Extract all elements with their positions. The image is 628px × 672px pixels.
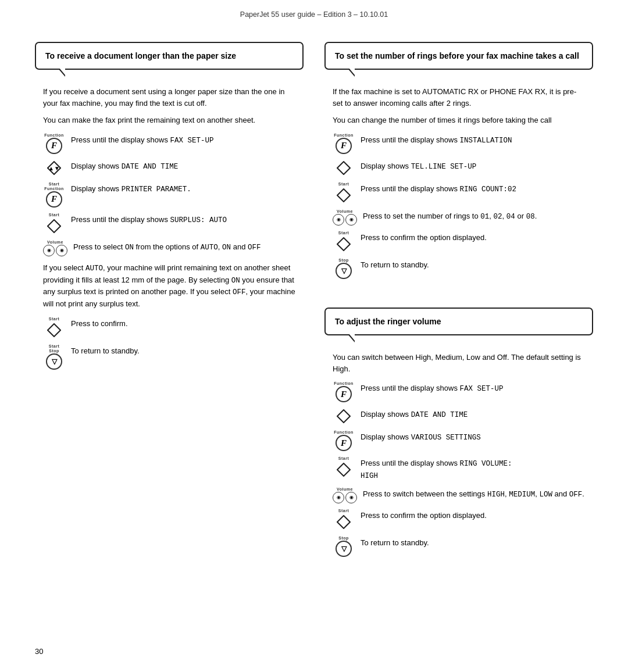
step-row: Start Press until the display shows RING… <box>333 455 585 482</box>
right-section-box-2: To adjust the ringer volume You can swit… <box>324 308 593 569</box>
icon-col <box>333 406 355 425</box>
f-icon: F <box>336 386 352 402</box>
step-text: Press until the display shows RING VOLUM… <box>361 455 585 482</box>
step-text: Display shows VARIOUS SETTINGS <box>361 429 585 444</box>
step-row: Display shows DATE AND TIME <box>333 406 585 425</box>
stop-icon: ▽ <box>336 541 352 557</box>
right-section-box-1: To set the number of rings before your f… <box>324 42 593 291</box>
diamond-icon <box>45 321 63 339</box>
left-section-title: To receive a document longer than the pa… <box>35 42 304 70</box>
icon-col: ▲▼ <box>43 158 65 177</box>
svg-marker-7 <box>337 410 350 423</box>
f-icon: F <box>336 435 352 451</box>
right-section-title-2: To adjust the ringer volume <box>324 308 593 335</box>
icon-col: Start <box>333 181 355 204</box>
step-row: Start Press to confirm the option displa… <box>333 230 585 253</box>
diamond-icon <box>45 217 63 235</box>
svg-marker-6 <box>337 238 350 251</box>
step-text: Press to switch between the settings HIG… <box>363 486 585 501</box>
f-icon: F <box>336 138 352 154</box>
diamond-icon <box>335 159 352 177</box>
step-text: Press to select ON from the options of A… <box>73 239 295 253</box>
step-row: Volume ◉ ◉ Press to select ON from the o… <box>43 239 295 256</box>
f-icon: F <box>46 191 62 208</box>
svg-marker-4 <box>337 162 350 174</box>
step-text: Press to confirm the option displayed. <box>361 230 585 244</box>
step-text: Press until the display shows FAX SET-UP <box>361 380 585 395</box>
icon-col: Function F <box>333 429 355 451</box>
right-intro-2a: You can switch between High, Medium, Low… <box>333 352 585 374</box>
step-row: Function F Display shows VARIOUS SETTING… <box>333 429 585 451</box>
step-text: Press until the display shows INSTALLATI… <box>361 132 585 146</box>
step-text: To return to standby. <box>361 257 585 271</box>
stop-icon: ▽ <box>336 263 352 279</box>
step-text: Display shows DATE AND TIME <box>71 158 295 173</box>
left-intro-1: If you receive a document sent using a l… <box>43 86 295 109</box>
volume-icon-pair: ◉ ◉ <box>333 492 357 503</box>
icon-col: Volume ◉ ◉ <box>333 208 357 226</box>
diamond-icon: ▲▼ <box>45 159 63 177</box>
svg-marker-2 <box>48 220 60 233</box>
step-row: ▲▼ Display shows DATE AND TIME <box>43 158 295 177</box>
icon-col: Start <box>43 212 65 235</box>
step-text: To return to standby. <box>361 535 585 549</box>
icon-col: Volume ◉ ◉ <box>43 239 67 256</box>
icon-col <box>333 158 355 177</box>
diamond-icon <box>335 187 352 204</box>
svg-marker-5 <box>337 189 350 202</box>
stop-icon: ▽ <box>46 353 62 370</box>
step-row: Start Press until the display shows SURP… <box>43 212 295 235</box>
right-column: To set the number of rings before your f… <box>314 42 593 585</box>
diamond-icon <box>335 513 352 531</box>
step-text: Press until the display shows SURPLUS: A… <box>71 212 295 226</box>
icon-col: Stop ▽ <box>333 257 355 279</box>
step-text: Display shows DATE AND TIME <box>361 406 585 421</box>
step-row: Start Press to confirm the option displa… <box>333 507 585 531</box>
icon-col: Start Stop ▽ <box>43 343 65 370</box>
volume-icon-right: ◉ <box>345 214 357 226</box>
step-text: Press until the display shows RING COUNT… <box>361 181 585 195</box>
step-text: Display shows PRINTER PARAMET. <box>71 181 295 195</box>
step-row: Function F Press until the display shows… <box>43 132 295 154</box>
step-row: Display shows TEL.LINE SET-UP <box>333 158 585 177</box>
right-section-title-1: To set the number of rings before your f… <box>324 42 593 70</box>
svg-marker-8 <box>337 463 350 476</box>
volume-icon-pair: ◉ ◉ <box>43 245 67 256</box>
left-intro-2: You can make the fax print the remaining… <box>43 115 295 126</box>
right-intro-1a: If the fax machine is set to AUTOMATIC R… <box>333 86 585 109</box>
volume-icon-right: ◉ <box>345 492 357 503</box>
step-text: Press to confirm the option displayed. <box>361 507 585 521</box>
step-row: Start Function F Display shows PRINTER P… <box>43 181 295 208</box>
diamond-icon <box>335 235 352 253</box>
step-row: Stop ▽ To return to standby. <box>333 257 585 279</box>
step-row: Start Press to confirm. <box>43 316 295 339</box>
icon-col: Start Function F <box>43 181 65 208</box>
icon-col: Start <box>333 455 355 478</box>
icon-col: Start <box>43 316 65 339</box>
page-header: PaperJet 55 user guide – Edition 3 – 10.… <box>0 0 628 24</box>
right-section-body-2: You can switch between High, Medium, Low… <box>324 335 593 569</box>
right-intro-1b: You can change the number of times it ri… <box>333 115 585 126</box>
left-section-box: To receive a document longer than the pa… <box>35 42 304 382</box>
icon-col: Stop ▽ <box>333 535 355 557</box>
svg-text:▲▼: ▲▼ <box>48 165 60 171</box>
icon-col: Volume ◉ ◉ <box>333 486 357 503</box>
step-row: Volume ◉ ◉ Press to switch between the s… <box>333 486 585 503</box>
step-text: Press to set the number of rings to 01, … <box>363 208 585 223</box>
left-body-paragraph: If you select AUTO, your machine will pr… <box>43 262 295 310</box>
step-row: Start Press until the display shows RING… <box>333 181 585 204</box>
volume-icon-pair: ◉ ◉ <box>333 214 357 226</box>
diamond-icon <box>335 408 352 425</box>
icon-col: Function F <box>43 132 65 154</box>
icon-col: Start <box>333 507 355 531</box>
svg-marker-9 <box>337 516 350 528</box>
step-row: Stop ▽ To return to standby. <box>333 535 585 557</box>
icon-col: Start <box>333 230 355 253</box>
volume-icon-right: ◉ <box>56 245 67 256</box>
step-text: To return to standby. <box>71 343 295 357</box>
diamond-icon <box>335 461 352 478</box>
volume-icon-left: ◉ <box>333 214 344 226</box>
svg-marker-3 <box>48 324 60 337</box>
step-text: Press until the display shows FAX SET-UP <box>71 132 295 146</box>
step-row: Volume ◉ ◉ Press to set the number of ri… <box>333 208 585 226</box>
